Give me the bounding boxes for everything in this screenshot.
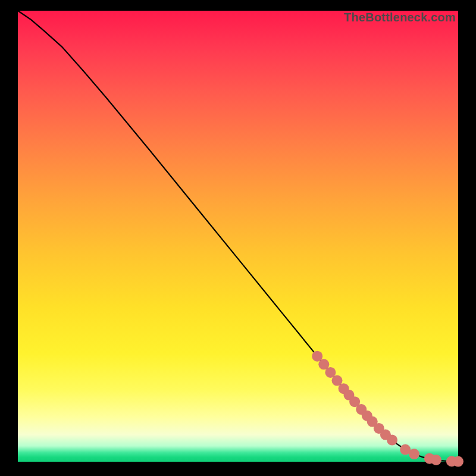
data-point bbox=[453, 456, 464, 467]
data-point bbox=[387, 435, 397, 446]
data-point bbox=[409, 449, 419, 459]
curve-layer bbox=[18, 11, 458, 462]
plot-area: TheBottleneck.com bbox=[18, 11, 458, 462]
chart-svg bbox=[18, 11, 458, 462]
data-point bbox=[431, 455, 441, 465]
bottleneck-curve bbox=[18, 11, 458, 462]
chart-container: TheBottleneck.com bbox=[0, 0, 476, 476]
dots-layer bbox=[312, 351, 464, 467]
